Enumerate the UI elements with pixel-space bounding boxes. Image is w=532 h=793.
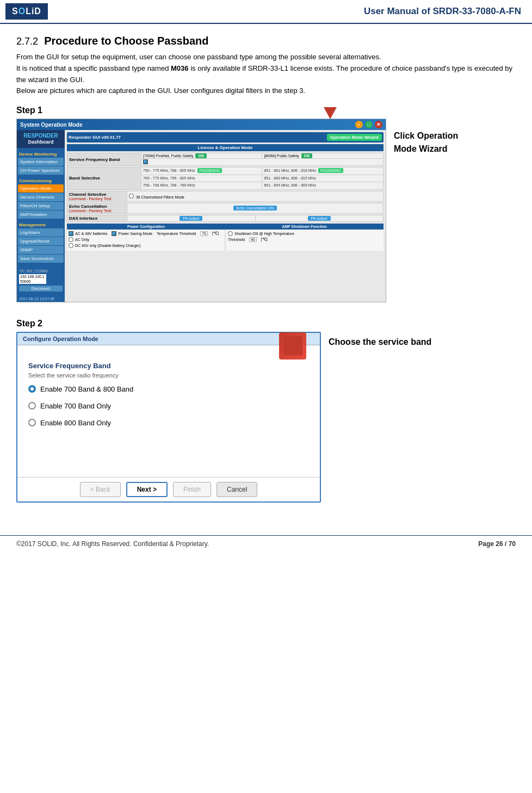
maximize-btn[interactable]: □	[365, 121, 373, 128]
dc-40v-row: DC 40V only (Disable Battery Charger)	[69, 243, 222, 248]
dialog-spacer	[28, 436, 309, 468]
radio-option-1: Enable 700 Band & 800 Band	[28, 385, 309, 393]
threshold-row: Threshold 90 [℃]	[228, 237, 382, 242]
logo-li2: Li	[26, 7, 34, 16]
channel-selective-table: Channel Selective Licensed - Factory Tes…	[67, 191, 383, 202]
cancel-button[interactable]: Cancel	[216, 482, 257, 497]
intro-text: From the GUI for setup the equipment, us…	[16, 52, 516, 97]
gui-section-management: Management	[17, 221, 65, 228]
radio-option-3: Enable 800 Band Only	[28, 419, 309, 427]
echo-btn-cell: Echo Cancellation ON	[127, 203, 383, 213]
freq-700-2: 769 - 775 MHz, 799 - 805 MHz	[141, 175, 262, 182]
gui-title: System Operation Mode	[20, 122, 82, 128]
echo-label: Echo Cancellation Licensed - Factory Tes…	[67, 203, 127, 213]
sidebar-item-system-info[interactable]: System Information	[18, 158, 64, 166]
section-heading: Procedure to Choose Passband	[44, 35, 208, 47]
config-subtitle: Select the service radio frequency	[28, 372, 309, 379]
intro-line2: It is noticed that a specific passband t…	[16, 64, 512, 84]
footer-page-number: Page 26 / 70	[478, 540, 516, 548]
ac-only-radio	[69, 237, 73, 242]
finish-button[interactable]: Finish	[173, 482, 211, 497]
main-content: 2.7.2 Procedure to Choose Passband From …	[0, 29, 532, 524]
echo-cancellation-btn[interactable]: Echo Cancellation ON	[233, 206, 277, 210]
gui-titlebar: System Operation Mode − □ ✕	[17, 119, 386, 130]
dc-40v-radio	[69, 243, 73, 248]
power-right-panel: Shutdown ON @ High Temperature Threshold…	[226, 230, 383, 251]
sidebar-item-snmp[interactable]: SNMP	[18, 246, 64, 254]
band-selective-label: Band Selective	[67, 168, 141, 190]
ac-48v-checkbox	[69, 231, 73, 236]
disconnect-button[interactable]: Disconnect	[19, 286, 63, 292]
footer-copyright: ©2017 SOLiD, Inc. All Rights Reserved. C…	[16, 540, 209, 548]
sidebar-item-service-channels[interactable]: Service Channels	[18, 193, 64, 201]
step2-annotation: Choose the service band	[329, 332, 431, 347]
radio-empty-icon-3[interactable]	[28, 419, 36, 426]
gui-brand: RESPONDER Dashboard	[17, 130, 65, 148]
step1-container: System Operation Mode − □ ✕ RESPONDER Da…	[16, 119, 516, 302]
freq-800-2: 851 - 860 MHz, 806 - 815 MHz	[262, 175, 383, 182]
power-saving-checkbox	[112, 231, 116, 236]
option1-label: Enable 700 Band & 800 Band	[40, 385, 133, 393]
sidebar-item-amp[interactable]: AMP/Isolation	[18, 210, 64, 219]
shutdown-radio	[228, 231, 233, 236]
pa-output-left-btn[interactable]: PA output	[180, 216, 202, 221]
config-dialog-body: Service Frequency Band Select the servic…	[17, 345, 320, 477]
sidebar-item-upgrade[interactable]: Upgrade/Reset	[18, 237, 64, 245]
step2-container: Configure Operation Mode Service Frequen…	[16, 332, 516, 503]
tx-rx-comm-row: TX | RX | COMM	[19, 269, 63, 273]
sidebar-item-log[interactable]: Log/Alarm	[18, 228, 64, 237]
next-button[interactable]: Next >	[126, 482, 168, 497]
sidebar-item-screenshot[interactable]: Save Screenshot	[18, 255, 64, 263]
logo-li: O	[18, 7, 26, 16]
gui-brand-dashboard: Dashboard	[18, 139, 64, 146]
power-config-label: Power Configuration	[68, 225, 224, 228]
op-wizard-btn[interactable]: Operation Mode Wizard	[327, 134, 382, 141]
annotation-line1: Click Operation	[394, 129, 458, 143]
annotation-line2: Mode Wizard	[394, 143, 458, 156]
licensed-factory-label: Licensed - Factory Test	[69, 197, 125, 201]
freq-800-3: 851 - 854 MHz, 806 - 809 MHz	[262, 182, 383, 190]
channelized-label: 36 Channelized Filters Mode	[127, 191, 383, 201]
close-btn[interactable]: ✕	[375, 121, 382, 128]
config-section-title: Service Frequency Band	[28, 362, 309, 370]
checkbox-row-700-800	[141, 159, 383, 166]
section-title: 2.7.2 Procedure to Choose Passband	[16, 35, 516, 47]
config-icon	[279, 332, 306, 360]
echo-table: Echo Cancellation Licensed - Factory Tes…	[67, 203, 383, 214]
step1-label: Step 1	[16, 106, 516, 115]
radio-filled-icon[interactable]	[28, 385, 36, 393]
power-body: AC & 48V batteries Power Saving Mode Tem…	[67, 230, 383, 251]
step2-label: Step 2	[16, 319, 516, 329]
sidebar-item-filter-ch[interactable]: Filter/CH Setup	[18, 202, 64, 210]
intro-line3: Below are pictures which are captured in…	[16, 86, 305, 95]
step1-gui-screenshot: System Operation Mode − □ ✕ RESPONDER Da…	[16, 119, 386, 302]
logo: SOLiD	[5, 3, 48, 20]
minimize-btn[interactable]: −	[355, 121, 363, 128]
config-icon-inner	[283, 336, 302, 355]
pa-output-right-btn[interactable]: PA output	[308, 216, 331, 221]
intro-line1: From the GUI for setup the equipment, us…	[16, 53, 381, 61]
800m-on-badge: ON	[301, 153, 313, 158]
service-freq-table: Service Frequency Band [700M] FirstNet, …	[67, 153, 383, 166]
das-label: DAS Interface	[67, 215, 127, 221]
red-arrow-indicator	[324, 107, 337, 119]
logo-so: S	[12, 7, 18, 16]
freq-700-1: 750 - 775 MHz, 788 - 805 MHz PASSBAND	[141, 168, 262, 175]
gui-section-monitoring: Device Monitoring	[17, 150, 65, 157]
sidebar-item-operation-mode[interactable]: Operation Mode	[18, 184, 64, 193]
option2-label: Enable 700 Band Only	[40, 402, 111, 410]
logo-d: D	[34, 7, 41, 16]
back-button[interactable]: < Back	[80, 482, 121, 497]
radio-empty-icon-2[interactable]	[28, 402, 36, 410]
port-input[interactable]: 50000	[19, 279, 46, 284]
echo-licensed-label: Licensed - Factory Test	[69, 209, 125, 213]
gui-body: RESPONDER Dashboard Device Monitoring Sy…	[17, 130, 386, 302]
power-left-panel: AC & 48V batteries Power Saving Mode Tem…	[67, 230, 224, 251]
ip-input[interactable]: 192.168.100.1	[19, 274, 46, 279]
gui-section-header: Responder GUI v00.01.77 Operation Mode W…	[67, 132, 383, 143]
gui-brand-name: RESPONDER	[18, 132, 64, 139]
license-section-header: License & Operation Mode	[67, 144, 383, 151]
sidebar-item-ch-power[interactable]: CH Power Spectrum	[18, 166, 64, 175]
band-selective-table: Band Selective 750 - 775 MHz, 788 - 805 …	[67, 167, 383, 190]
config-dialog-title: Configure Operation Mode	[17, 333, 320, 345]
